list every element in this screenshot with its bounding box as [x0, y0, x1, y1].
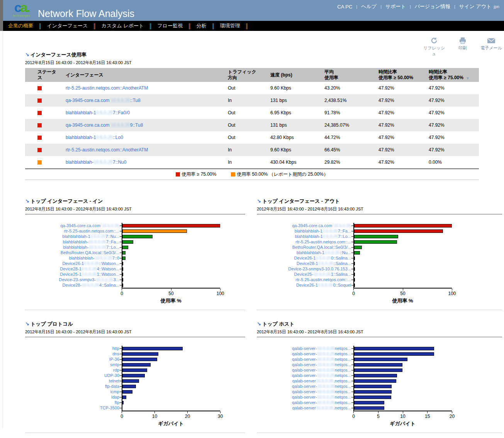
chart-plot: qa-3945-core.ca.com 10.5.0.25rtr-5.25-au…	[25, 223, 245, 288]
chart-bar-label[interactable]: blahblahblah-10.5.0.25::Nu...	[257, 250, 353, 255]
chart-bar-label[interactable]: ftp	[25, 400, 122, 405]
chart-bar-label[interactable]: rtr-5.25-austin.netqos.com::...	[257, 277, 353, 282]
chart-bar-label[interactable]: Device26-10.5.0.25::Watson...	[25, 261, 122, 266]
chart-bar-row: http	[25, 346, 245, 351]
chart-bar-label[interactable]: Device-23-snmpv3-10.0.76.153...	[257, 267, 353, 271]
chart-bar	[354, 368, 402, 372]
chart-bar-label[interactable]: http	[25, 346, 122, 351]
col-direction[interactable]: トラフィック 方向	[226, 68, 268, 82]
header-link-version[interactable]: バージョン情報	[415, 3, 450, 10]
time-pct-50-cell: 47.92%	[377, 107, 427, 119]
sort-descending-icon[interactable]: ▼	[466, 76, 470, 80]
section-arrow-icon[interactable]: ↘	[25, 52, 29, 58]
chart-bar-label[interactable]: BethsRouter.QA.local::Se0/3/...	[25, 250, 122, 255]
nav-item-enterprise-overview[interactable]: 企業の概要	[8, 22, 33, 29]
nav-item-interfaces[interactable]: インターフェース	[47, 22, 88, 29]
chart-bar-label[interactable]: qa-3945-core.ca.com 10.5.0.25	[25, 223, 122, 228]
interface-link[interactable]: rtr-5.25-austin.netqos.com::AnotherATM	[66, 147, 148, 153]
chart-bar-label[interactable]: qalab-server-10.5.0.25netqos...	[257, 357, 353, 362]
chart-bar-label[interactable]: BethsRouter.QA.local::Se0/3/...	[257, 245, 353, 250]
section-arrow-icon[interactable]: ↘	[257, 321, 261, 327]
blurred-text: 10.5.0.25	[102, 223, 119, 228]
email-button[interactable]: 電子メール	[479, 37, 503, 57]
chart-bar-label[interactable]: qalab-server-10.5.0.25netqos...	[257, 395, 353, 399]
chart-bar-label[interactable]: Device26-10.5.0.250::Soquel	[257, 283, 353, 287]
chart-bar-label[interactable]: blahblahblah-10.5.0.257::Lo...	[257, 234, 353, 239]
chart-bar-row: Device26-10.5.0.250::Soquel	[257, 282, 502, 288]
chart-bar-label[interactable]: Device26-10.5.0.250::Salina...	[257, 256, 353, 260]
chart-bar-label[interactable]: Device28-10.5.0.254::Salina...	[25, 283, 122, 287]
table-row: rtr-5.25-austin.netqos.com::AnotherATMOu…	[25, 82, 479, 94]
chart-bar-label[interactable]: blahblahblah-10.5.0.257::Fa...	[257, 229, 353, 233]
print-label: 印刷	[458, 46, 467, 50]
chart-bar-label[interactable]: ftp-data	[25, 384, 122, 389]
chart-bar-track	[353, 239, 452, 244]
chart-bar-label[interactable]: icmp	[25, 389, 122, 394]
col-status[interactable]: ステータス	[25, 68, 60, 82]
chart-bar-track	[122, 277, 220, 282]
chart-bar-label[interactable]: ldap	[25, 395, 122, 399]
chart-bar-label[interactable]: TCP-3500	[25, 406, 122, 410]
chart-bar-label[interactable]: UDP-30	[25, 373, 122, 378]
interface-link[interactable]: rtr-5.25-austin.netqos.com::AnotherATM	[66, 85, 148, 91]
chart-bar-label[interactable]: Device28-10.5.0.25::Salina...	[257, 261, 353, 266]
chart-bar-label[interactable]: qalab-server-10.5.0.25netqos...	[257, 389, 353, 394]
interface-link[interactable]: blahblahblah-10.5.0.257::Nu0	[66, 160, 126, 165]
section-arrow-icon[interactable]: ↘	[25, 321, 29, 327]
chart-bar-label[interactable]: blahblahblah-10.5.0.257::Fa...	[25, 239, 122, 244]
chart-bar-row: qa-3945-core.ca.com 10.5.0.25	[257, 223, 502, 228]
speed-cell: 131 bps	[268, 94, 322, 107]
chart-bar	[354, 396, 391, 399]
nav-item-custom-reports[interactable]: カスタム レポート	[102, 22, 144, 29]
chart-bar-label[interactable]: qalab-server-10.5.0.25netqos...	[257, 384, 353, 389]
chart-bar-label[interactable]: qalab-server-10.5.0.25netqos...	[257, 351, 353, 356]
legend-swatch-orange	[231, 172, 235, 177]
chart-bar-label[interactable]: Device25-10.5.0.251::Salina...	[257, 272, 353, 277]
chart-bar-label[interactable]: telnet	[25, 379, 122, 383]
header-link-capc[interactable]: CA PC	[337, 4, 352, 10]
chart-bar-label[interactable]: Device28-10.5.0.254::Watson...	[25, 267, 122, 271]
chart-bar-label[interactable]: qalab-server10.5.0.25.netqos...	[257, 406, 353, 410]
header-link-signout[interactable]: サイン アウト	[459, 3, 491, 10]
chart-bar-label[interactable]: qalab-server-10.5.0.25netqos...	[257, 368, 353, 372]
chart-bar-label[interactable]: blahblahblah-10.5.0.257::0	[25, 256, 122, 260]
chart-bar	[354, 224, 452, 227]
col-interface[interactable]: インターフェース	[60, 68, 226, 82]
chart-bar-label[interactable]: smtp	[25, 362, 122, 367]
chart-bar-label[interactable]: qalab-server-10.5.0.25netqos...	[257, 362, 353, 367]
chart-bar-label[interactable]: qalab-server10.5.0.25.netqos...	[257, 379, 353, 383]
nav-item-analysis[interactable]: 分析	[196, 22, 206, 29]
header-link-support[interactable]: サポート	[385, 3, 406, 10]
interface-link[interactable]: qa-3945-core.ca.com 10.5.0.25::Tu8	[66, 98, 141, 103]
col-avg-utilization[interactable]: 平均 使用率	[322, 68, 377, 82]
col-speed[interactable]: 速度 (bps)	[268, 68, 322, 82]
time-pct-50-cell: 47.92%	[377, 156, 427, 168]
header-link-help[interactable]: ヘルプ	[361, 3, 377, 10]
chart-bar-label[interactable]: qalab-server-10.5.0.25netqos...	[257, 373, 353, 378]
interface-link[interactable]: qa-3945-core.ca.com 10.5.0.259::Tu8	[66, 122, 143, 128]
chart-bar-label[interactable]: rtr-5.25-austin.netqos.com::...	[25, 229, 122, 233]
interface-link[interactable]: blahblahblah-10.5.0.257::Fa0/0	[66, 110, 130, 115]
interface-link[interactable]: blahblahblah-10.5.0.25::Lo0	[66, 135, 123, 140]
chart-bar-label[interactable]: Device25-10.5.0.251::Watson...	[25, 272, 122, 277]
nav-item-flow-monitor[interactable]: フロー監視	[158, 22, 183, 29]
chart-bar-row: qalab-server-10.5.0.25netqos...	[257, 367, 502, 373]
chart-bar-label[interactable]: IP-36	[25, 357, 122, 362]
nav-item-admin[interactable]: 環境管理	[220, 22, 240, 29]
chart-bar-label[interactable]: qalab-server-10.5.0.25netqos...	[257, 346, 353, 351]
chart-bar-label[interactable]: qalab-server-10.5.0.25netqos...	[257, 400, 353, 405]
chart-bar-row: BethsRouter.QA.local::Se0/3/...	[257, 244, 502, 250]
chart-bar-label[interactable]: Device-23-snmpv3-10.5.0.253...	[25, 277, 122, 282]
col-time-pct-75[interactable]: 時間比率 使用率 ≥ 75.00%▼	[427, 68, 479, 82]
col-time-pct-50[interactable]: 時間比率 使用率 ≥ 50.00%	[377, 68, 427, 82]
chart-bar-label[interactable]: qa-3945-core.ca.com 10.5.0.25	[257, 223, 353, 228]
chart-bar-label[interactable]: rdp	[25, 368, 122, 372]
chart-bar-row: qalab-server-10.5.0.25netqos...	[257, 346, 502, 351]
blurred-text: 10.5.0.25	[111, 122, 130, 128]
chart-bar-label[interactable]: blahblahblah-10.5.0.257::Lo...	[25, 245, 122, 250]
chart-bar-label[interactable]: rtr-5.25-austin.netqos.com::...	[257, 239, 353, 244]
section-arrow-icon[interactable]: ↘	[257, 198, 261, 204]
section-arrow-icon[interactable]: ↘	[25, 198, 29, 204]
chart-bar-label[interactable]: dns	[25, 351, 122, 356]
chart-bar-label[interactable]: blahblahblah-10.5.0.257::Nu...	[25, 234, 122, 239]
